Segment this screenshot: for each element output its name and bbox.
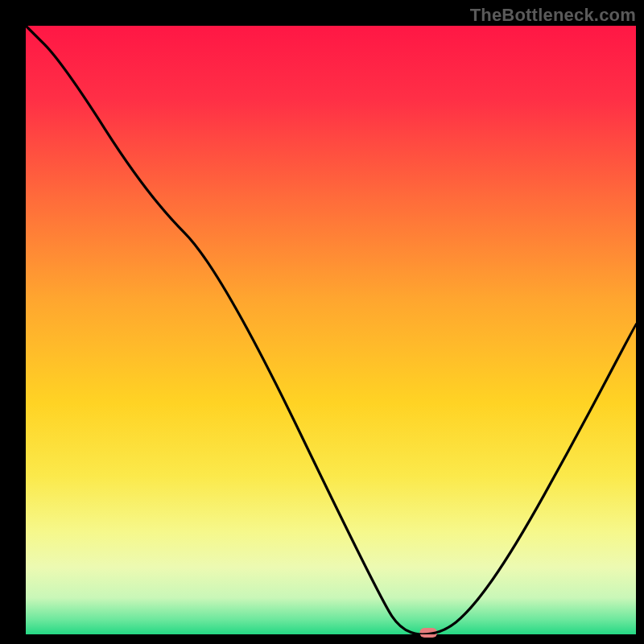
plot-background: [26, 26, 636, 634]
bottleneck-chart: [0, 0, 644, 644]
watermark-text: TheBottleneck.com: [470, 5, 636, 26]
chart-frame: TheBottleneck.com: [0, 0, 644, 644]
